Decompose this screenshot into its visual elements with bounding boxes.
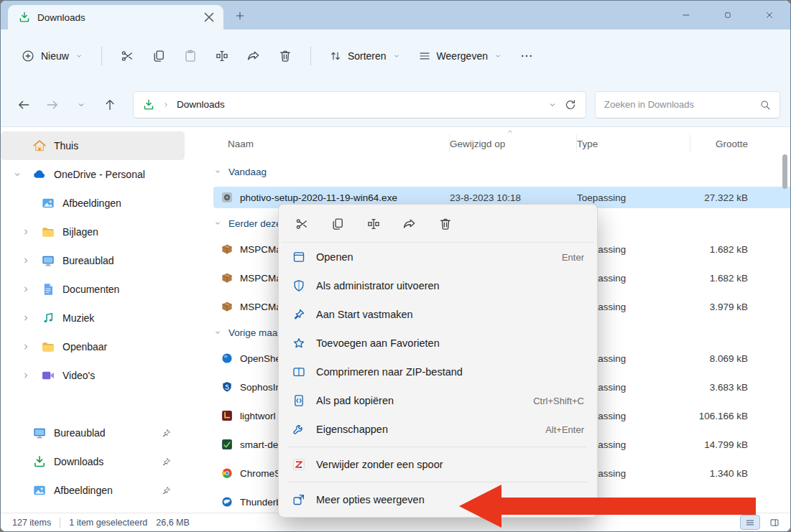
context-menu-item-eigenschappen[interactable]: Eigenschappen Alt+Enter: [282, 415, 594, 444]
context-menu-item-verwijder-zonder-een-spoor[interactable]: Verwijder zonder een spoor: [282, 450, 594, 479]
explorer-tab-downloads[interactable]: Downloads: [8, 5, 223, 29]
downloads-icon: [142, 98, 155, 111]
home-icon: [32, 139, 47, 153]
sort-button[interactable]: Sorteren: [320, 43, 410, 69]
chevron-icon[interactable]: [21, 198, 31, 208]
sidebar-item-bureaublad[interactable]: Bureaublad: [1, 246, 185, 275]
context-quick-copy[interactable]: [323, 211, 352, 237]
music-icon: [41, 311, 55, 325]
copy-button[interactable]: [143, 42, 175, 70]
forward-button[interactable]: [40, 92, 65, 118]
chevron-icon[interactable]: [12, 141, 22, 151]
sidebar-item-downloads[interactable]: Downloads: [1, 447, 185, 476]
chevron-down-icon[interactable]: [213, 328, 222, 337]
rename-icon: [215, 49, 229, 63]
column-headers: Naam Gewijzigd op Type Grootte: [202, 127, 790, 160]
toolbar-separator: [310, 47, 311, 65]
videos-icon: [41, 368, 55, 383]
chevron-right-icon: [162, 101, 170, 109]
sidebar-item-thuis[interactable]: Thuis: [1, 131, 185, 160]
column-header-grootte[interactable]: Grootte: [690, 134, 748, 153]
pin-outline-icon: [292, 307, 306, 322]
chevron-icon[interactable]: [12, 428, 22, 438]
paste-button[interactable]: [175, 42, 206, 70]
column-header-type[interactable]: Type: [577, 134, 690, 153]
context-quick-delete[interactable]: [431, 211, 460, 237]
selection-summary: 1 item geselecteerd: [69, 518, 147, 528]
search-box[interactable]: [595, 91, 780, 118]
chevron-down-icon[interactable]: [213, 167, 222, 176]
recent-locations-button[interactable]: [68, 92, 94, 118]
context-menu-item-comprimeren-naar-zip-bestand[interactable]: Comprimeren naar ZIP-bestand: [282, 358, 594, 386]
rename-button[interactable]: [206, 42, 238, 70]
address-dropdown-icon[interactable]: [547, 100, 558, 110]
sidebar-item-muziek[interactable]: Muziek: [1, 304, 185, 332]
chevron-icon[interactable]: [21, 370, 31, 381]
cut-button[interactable]: [111, 42, 143, 70]
delete-button[interactable]: [269, 42, 301, 70]
new-tab-button[interactable]: [229, 5, 251, 27]
sidebar-item-onedrive-personal[interactable]: OneDrive - Personal: [1, 160, 185, 189]
maximize-button[interactable]: [707, 1, 749, 29]
context-menu-item-toevoegen-aan-favorieten[interactable]: Toevoegen aan Favorieten: [282, 329, 594, 358]
file-size-cell: 1.682 kB: [690, 244, 748, 255]
file-size-cell: 14.799 kB: [690, 439, 748, 450]
plus-icon: [234, 10, 246, 22]
scrollbar-thumb[interactable]: [782, 154, 787, 189]
minimize-icon: [681, 10, 691, 20]
chevron-icon[interactable]: [21, 313, 31, 323]
toolbar-separator: [101, 47, 102, 65]
column-header-gewijzigd-op[interactable]: Gewijzigd op: [450, 134, 577, 153]
up-button[interactable]: [97, 92, 123, 118]
tab-close-button[interactable]: [200, 9, 218, 26]
refresh-icon[interactable]: [564, 98, 577, 111]
sort-icon: [329, 50, 342, 62]
copy-icon: [152, 49, 166, 63]
context-menu-item-openen[interactable]: Openen Enter: [282, 243, 594, 271]
chrome-icon: [221, 467, 233, 480]
file-modified-cell: 23-8-2023 10:18: [450, 192, 577, 203]
more-button[interactable]: [511, 42, 542, 70]
share-button[interactable]: [238, 42, 269, 70]
address-bar[interactable]: Downloads: [133, 91, 586, 118]
chevron-icon[interactable]: [21, 284, 31, 294]
view-button[interactable]: Weergeven: [410, 43, 511, 69]
details-pane-toggle[interactable]: [764, 515, 785, 530]
new-button[interactable]: Nieuw: [12, 42, 92, 70]
context-menu-item-meer-opties-weergeven[interactable]: Meer opties weergeven: [282, 485, 594, 514]
file-size-cell: 59.269 kB: [690, 497, 748, 508]
context-menu-item-als-administrator-uitvoeren[interactable]: Als administrator uitvoeren: [282, 271, 594, 300]
chevron-icon[interactable]: [12, 457, 22, 467]
context-menu-item-aan-start-vastmaken[interactable]: Aan Start vastmaken: [282, 300, 594, 329]
sidebar-item-openbaar[interactable]: Openbaar: [1, 332, 185, 361]
chevron-icon[interactable]: [21, 227, 31, 237]
context-quick-cut[interactable]: [287, 211, 316, 237]
minimize-button[interactable]: [665, 1, 707, 29]
chevron-icon[interactable]: [21, 256, 31, 266]
file-size-cell: 1.340 kB: [690, 468, 748, 479]
list-view-toggle[interactable]: [740, 515, 760, 530]
chevron-down-icon[interactable]: [213, 219, 222, 228]
zip-icon: [292, 365, 306, 379]
context-quick-share[interactable]: [395, 211, 424, 237]
chevron-icon[interactable]: [21, 342, 31, 352]
chevron-icon[interactable]: [12, 169, 22, 179]
vertical-scrollbar[interactable]: [780, 130, 789, 510]
sidebar-item-documenten[interactable]: Documenten: [1, 275, 185, 304]
items-count: 127 items: [12, 518, 51, 528]
context-quick-rename[interactable]: [359, 211, 388, 237]
sidebar-item-afbeeldingen[interactable]: Afbeeldingen: [1, 476, 185, 505]
sidebar-item-video-s[interactable]: Video's: [1, 361, 185, 390]
chevron-icon[interactable]: [12, 485, 22, 495]
sidebar-item-afbeeldingen[interactable]: Afbeeldingen: [1, 189, 185, 218]
group-header-vandaag[interactable]: Vandaag: [202, 160, 790, 183]
back-button[interactable]: [11, 92, 37, 118]
search-input[interactable]: [604, 99, 754, 110]
breadcrumb[interactable]: Downloads: [177, 99, 225, 110]
sidebar-item-bijlagen[interactable]: Bijlagen: [1, 218, 185, 246]
column-header-naam[interactable]: Naam: [202, 134, 450, 153]
context-menu-item-als-pad-kopi-ren[interactable]: Als pad kopiëren Ctrl+Shift+C: [282, 386, 594, 415]
search-icon: [759, 99, 771, 111]
close-button[interactable]: [749, 1, 790, 29]
sidebar-item-bureaublad[interactable]: Bureaublad: [1, 419, 185, 447]
